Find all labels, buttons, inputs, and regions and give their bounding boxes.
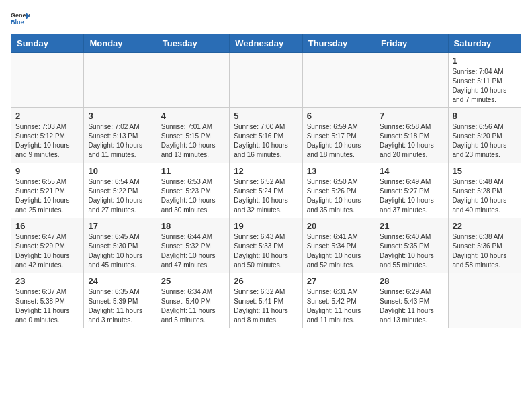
calendar-cell: 23Sunrise: 6:37 AM Sunset: 5:38 PM Dayli… bbox=[11, 273, 84, 328]
calendar-cell: 12Sunrise: 6:52 AM Sunset: 5:24 PM Dayli… bbox=[230, 163, 302, 218]
calendar-cell: 5Sunrise: 7:00 AM Sunset: 5:16 PM Daylig… bbox=[230, 108, 302, 163]
day-info: Sunrise: 6:50 AM Sunset: 5:26 PM Dayligh… bbox=[307, 177, 371, 215]
calendar-cell: 10Sunrise: 6:54 AM Sunset: 5:22 PM Dayli… bbox=[84, 163, 157, 218]
day-number: 28 bbox=[380, 276, 443, 286]
day-info: Sunrise: 6:52 AM Sunset: 5:24 PM Dayligh… bbox=[234, 177, 298, 215]
calendar-week-row: 2Sunrise: 7:03 AM Sunset: 5:12 PM Daylig… bbox=[11, 108, 521, 163]
day-number: 25 bbox=[161, 276, 225, 286]
calendar-cell: 16Sunrise: 6:47 AM Sunset: 5:29 PM Dayli… bbox=[11, 218, 84, 273]
weekday-header-row: SundayMondayTuesdayWednesdayThursdayFrid… bbox=[11, 34, 521, 53]
calendar-week-row: 1Sunrise: 7:04 AM Sunset: 5:11 PM Daylig… bbox=[11, 53, 521, 108]
calendar-cell bbox=[230, 53, 302, 108]
calendar-cell bbox=[302, 53, 375, 108]
calendar-cell bbox=[448, 273, 521, 328]
day-number: 3 bbox=[88, 111, 152, 121]
day-number: 5 bbox=[234, 111, 298, 121]
day-info: Sunrise: 6:54 AM Sunset: 5:22 PM Dayligh… bbox=[88, 177, 152, 215]
calendar-cell: 24Sunrise: 6:35 AM Sunset: 5:39 PM Dayli… bbox=[84, 273, 157, 328]
day-number: 24 bbox=[88, 276, 152, 286]
calendar-cell: 6Sunrise: 6:59 AM Sunset: 5:17 PM Daylig… bbox=[302, 108, 375, 163]
day-info: Sunrise: 6:55 AM Sunset: 5:21 PM Dayligh… bbox=[15, 177, 79, 215]
day-number: 21 bbox=[380, 221, 443, 231]
calendar-cell: 20Sunrise: 6:41 AM Sunset: 5:34 PM Dayli… bbox=[302, 218, 375, 273]
weekday-header-friday: Friday bbox=[375, 34, 448, 53]
weekday-header-saturday: Saturday bbox=[448, 34, 521, 53]
day-number: 1 bbox=[453, 56, 517, 66]
day-info: Sunrise: 6:45 AM Sunset: 5:30 PM Dayligh… bbox=[88, 232, 152, 270]
day-info: Sunrise: 6:34 AM Sunset: 5:40 PM Dayligh… bbox=[161, 287, 225, 325]
day-info: Sunrise: 6:31 AM Sunset: 5:42 PM Dayligh… bbox=[307, 287, 371, 325]
day-number: 12 bbox=[234, 166, 298, 176]
calendar-cell: 1Sunrise: 7:04 AM Sunset: 5:11 PM Daylig… bbox=[448, 53, 521, 108]
day-number: 16 bbox=[15, 221, 79, 231]
day-info: Sunrise: 6:37 AM Sunset: 5:38 PM Dayligh… bbox=[15, 287, 79, 325]
day-info: Sunrise: 6:44 AM Sunset: 5:32 PM Dayligh… bbox=[161, 232, 225, 270]
day-number: 7 bbox=[380, 111, 443, 121]
day-number: 15 bbox=[453, 166, 517, 176]
day-info: Sunrise: 6:32 AM Sunset: 5:41 PM Dayligh… bbox=[234, 287, 298, 325]
calendar-cell: 22Sunrise: 6:38 AM Sunset: 5:36 PM Dayli… bbox=[448, 218, 521, 273]
weekday-header-sunday: Sunday bbox=[11, 34, 84, 53]
day-info: Sunrise: 7:03 AM Sunset: 5:12 PM Dayligh… bbox=[15, 122, 79, 160]
calendar-cell bbox=[157, 53, 229, 108]
day-number: 17 bbox=[88, 221, 152, 231]
calendar-cell: 21Sunrise: 6:40 AM Sunset: 5:35 PM Dayli… bbox=[375, 218, 448, 273]
day-number: 9 bbox=[15, 166, 79, 176]
weekday-header-tuesday: Tuesday bbox=[157, 34, 229, 53]
calendar-cell: 8Sunrise: 6:56 AM Sunset: 5:20 PM Daylig… bbox=[448, 108, 521, 163]
day-number: 27 bbox=[307, 276, 371, 286]
logo-icon: General Blue bbox=[11, 11, 30, 26]
svg-text:Blue: Blue bbox=[11, 19, 24, 26]
day-info: Sunrise: 6:47 AM Sunset: 5:29 PM Dayligh… bbox=[15, 232, 79, 270]
day-info: Sunrise: 6:41 AM Sunset: 5:34 PM Dayligh… bbox=[307, 232, 371, 270]
calendar-cell: 9Sunrise: 6:55 AM Sunset: 5:21 PM Daylig… bbox=[11, 163, 84, 218]
calendar-cell: 3Sunrise: 7:02 AM Sunset: 5:13 PM Daylig… bbox=[84, 108, 157, 163]
day-info: Sunrise: 6:49 AM Sunset: 5:27 PM Dayligh… bbox=[380, 177, 443, 215]
calendar-week-row: 9Sunrise: 6:55 AM Sunset: 5:21 PM Daylig… bbox=[11, 163, 521, 218]
day-info: Sunrise: 7:04 AM Sunset: 5:11 PM Dayligh… bbox=[453, 67, 517, 105]
day-info: Sunrise: 6:43 AM Sunset: 5:33 PM Dayligh… bbox=[234, 232, 298, 270]
day-number: 26 bbox=[234, 276, 298, 286]
calendar-header: SundayMondayTuesdayWednesdayThursdayFrid… bbox=[11, 34, 521, 53]
day-number: 23 bbox=[15, 276, 79, 286]
calendar-cell: 28Sunrise: 6:29 AM Sunset: 5:43 PM Dayli… bbox=[375, 273, 448, 328]
calendar-cell: 15Sunrise: 6:48 AM Sunset: 5:28 PM Dayli… bbox=[448, 163, 521, 218]
day-number: 20 bbox=[307, 221, 371, 231]
day-info: Sunrise: 7:02 AM Sunset: 5:13 PM Dayligh… bbox=[88, 122, 152, 160]
calendar-cell: 7Sunrise: 6:58 AM Sunset: 5:18 PM Daylig… bbox=[375, 108, 448, 163]
day-number: 2 bbox=[15, 111, 79, 121]
calendar-cell: 27Sunrise: 6:31 AM Sunset: 5:42 PM Dayli… bbox=[302, 273, 375, 328]
day-info: Sunrise: 7:00 AM Sunset: 5:16 PM Dayligh… bbox=[234, 122, 298, 160]
weekday-header-monday: Monday bbox=[84, 34, 157, 53]
logo: General Blue bbox=[11, 11, 32, 26]
calendar-cell bbox=[84, 53, 157, 108]
day-info: Sunrise: 6:29 AM Sunset: 5:43 PM Dayligh… bbox=[380, 287, 443, 325]
calendar-week-row: 16Sunrise: 6:47 AM Sunset: 5:29 PM Dayli… bbox=[11, 218, 521, 273]
day-number: 13 bbox=[307, 166, 371, 176]
day-number: 19 bbox=[234, 221, 298, 231]
day-info: Sunrise: 6:38 AM Sunset: 5:36 PM Dayligh… bbox=[453, 232, 517, 270]
day-info: Sunrise: 6:58 AM Sunset: 5:18 PM Dayligh… bbox=[380, 122, 443, 160]
calendar-cell: 18Sunrise: 6:44 AM Sunset: 5:32 PM Dayli… bbox=[157, 218, 229, 273]
day-number: 18 bbox=[161, 221, 225, 231]
day-info: Sunrise: 6:40 AM Sunset: 5:35 PM Dayligh… bbox=[380, 232, 443, 270]
day-number: 4 bbox=[161, 111, 225, 121]
calendar-cell: 2Sunrise: 7:03 AM Sunset: 5:12 PM Daylig… bbox=[11, 108, 84, 163]
calendar-cell: 26Sunrise: 6:32 AM Sunset: 5:41 PM Dayli… bbox=[230, 273, 302, 328]
calendar-cell: 19Sunrise: 6:43 AM Sunset: 5:33 PM Dayli… bbox=[230, 218, 302, 273]
day-number: 10 bbox=[88, 166, 152, 176]
weekday-header-thursday: Thursday bbox=[302, 34, 375, 53]
day-number: 6 bbox=[307, 111, 371, 121]
day-info: Sunrise: 6:56 AM Sunset: 5:20 PM Dayligh… bbox=[453, 122, 517, 160]
calendar-cell: 17Sunrise: 6:45 AM Sunset: 5:30 PM Dayli… bbox=[84, 218, 157, 273]
day-number: 11 bbox=[161, 166, 225, 176]
weekday-header-wednesday: Wednesday bbox=[230, 34, 302, 53]
calendar-cell: 11Sunrise: 6:53 AM Sunset: 5:23 PM Dayli… bbox=[157, 163, 229, 218]
day-info: Sunrise: 6:35 AM Sunset: 5:39 PM Dayligh… bbox=[88, 287, 152, 325]
calendar-cell bbox=[11, 53, 84, 108]
day-number: 22 bbox=[453, 221, 517, 231]
page-header: General Blue bbox=[11, 11, 521, 26]
day-info: Sunrise: 6:48 AM Sunset: 5:28 PM Dayligh… bbox=[453, 177, 517, 215]
calendar-cell bbox=[375, 53, 448, 108]
calendar-cell: 4Sunrise: 7:01 AM Sunset: 5:15 PM Daylig… bbox=[157, 108, 229, 163]
